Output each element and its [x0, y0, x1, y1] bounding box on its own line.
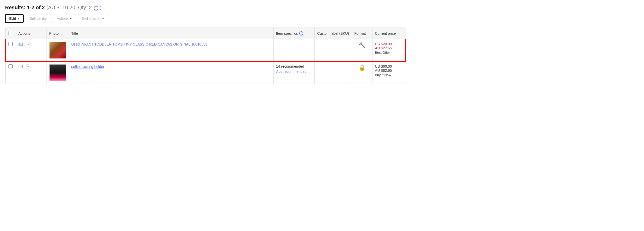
listing-table: Actions Photo Title Item specifics i Cus…: [5, 28, 406, 84]
row1-price-format: Best Offer: [375, 51, 403, 55]
results-meta-text: (AU $110.20, Qty: 2: [46, 5, 92, 10]
row1-actions-cell: Edit ▾: [16, 39, 46, 61]
row2-photo-cell: [46, 61, 69, 84]
row1-price-cell: US $20.00 AU $27.55 Best Offer: [372, 39, 406, 61]
row1-price-us: US $20.00: [375, 42, 403, 46]
photo-column-header: Photo: [46, 28, 69, 39]
results-meta-close: ): [100, 5, 101, 10]
item-specifics-column-header: Item specifics i: [273, 28, 314, 39]
title-col-label: Title: [71, 31, 78, 35]
row1-format-cell: 🔨: [352, 39, 372, 61]
row2-checkbox[interactable]: [8, 64, 13, 68]
row1-checkbox[interactable]: [8, 42, 13, 46]
photo-col-label: Photo: [49, 31, 59, 35]
row2-add-recommended-link[interactable]: Add recommended: [276, 69, 306, 74]
row2-item-specifics-cell: 14 recommended Add recommended: [273, 61, 314, 84]
row2-price-us: US $60.00: [375, 64, 403, 68]
sell-faster-label: Sell it faster: [82, 16, 101, 21]
sell-similar-label: Sell similar: [30, 16, 47, 21]
sell-faster-chevron-icon: ▼: [102, 17, 104, 20]
row2-title-link[interactable]: selfie tracking holder: [71, 65, 104, 69]
row1-photo: [49, 42, 66, 59]
row1-price-au: AU $27.55: [375, 46, 403, 50]
actions-label: Actions: [57, 16, 69, 21]
item-specifics-info-icon[interactable]: i: [299, 31, 303, 35]
row2-actions-cell: Edit ▾: [16, 61, 46, 84]
results-header: Results: 1-2 of 2 (AU $110.20, Qty: 2 i …: [5, 5, 406, 11]
edit-label: Edit: [9, 16, 16, 21]
custom-label-col-label: Custom label (SKU): [317, 31, 349, 35]
row2-edit-chevron-icon[interactable]: ▾: [26, 64, 31, 69]
actions-chevron-icon: ▼: [70, 17, 72, 20]
toolbar: Edit ▼ Sell similar Actions ▼ Sell it fa…: [5, 14, 406, 23]
row1-edit-label: Edit: [18, 42, 25, 47]
title-column-header: Title: [69, 28, 273, 39]
row1-title-cell: Used INFANT TODDLER TOMS TINY CLASSIC RE…: [69, 39, 273, 61]
sell-faster-button[interactable]: Sell it faster ▼: [78, 14, 108, 23]
row2-format-icon: 🔒: [359, 64, 366, 71]
format-col-label: Format: [354, 31, 366, 35]
actions-button[interactable]: Actions ▼: [53, 14, 76, 23]
sell-similar-button[interactable]: Sell similar: [26, 14, 51, 23]
row2-edit-button[interactable]: Edit ▾: [18, 64, 31, 69]
row2-price-cell: US $60.00 AU $82.65 Buy It Now: [372, 61, 406, 84]
table-row: Edit ▾ Used INFANT TODDLER TOMS TINY CLA…: [5, 39, 406, 61]
custom-label-column-header: Custom label (SKU): [314, 28, 352, 39]
format-column-header: Format: [352, 28, 372, 39]
page-container: Results: 1-2 of 2 (AU $110.20, Qty: 2 i …: [0, 0, 411, 88]
row1-edit-button[interactable]: Edit ▾: [18, 42, 31, 47]
current-price-column-header: Current price: [372, 28, 406, 39]
row1-format-icon: 🔨: [359, 42, 366, 48]
row2-price-format: Buy It Now: [375, 73, 403, 77]
results-label: Results: 1-2 of 2: [5, 5, 45, 11]
row2-title-cell: selfie tracking holder: [69, 61, 273, 84]
row2-custom-label-cell: [314, 61, 352, 84]
row1-custom-label-cell: [314, 39, 352, 61]
row2-format-cell: 🔒: [352, 61, 372, 84]
select-all-header: [5, 28, 16, 39]
item-specifics-col-label: Item specifics: [276, 31, 298, 35]
actions-column-header: Actions: [16, 28, 46, 39]
current-price-col-label: Current price: [375, 31, 396, 35]
row1-edit-chevron-icon[interactable]: ▾: [26, 42, 31, 47]
edit-button[interactable]: Edit ▼: [5, 14, 24, 23]
row2-item-specifics-count: 14 recommended: [276, 64, 312, 68]
edit-chevron-icon: ▼: [17, 17, 20, 20]
row2-edit-label: Edit: [18, 65, 25, 69]
row1-item-specifics-cell: [273, 39, 314, 61]
row1-photo-cell: [46, 39, 69, 61]
results-meta: (AU $110.20, Qty: 2 i ): [46, 5, 102, 11]
row1-checkbox-cell: [5, 39, 16, 61]
actions-col-label: Actions: [18, 31, 30, 35]
row2-photo: [49, 64, 66, 81]
table-row: Edit ▾ selfie tracking holder 14 recomme…: [5, 61, 406, 84]
results-label-text: Results:: [5, 5, 25, 10]
row1-title-link[interactable]: Used INFANT TODDLER TOMS TINY CLASSIC RE…: [71, 42, 208, 46]
row2-price-au: AU $82.65: [375, 68, 403, 73]
results-info-icon[interactable]: i: [94, 6, 98, 11]
row2-checkbox-cell: [5, 61, 16, 84]
results-range: 1-2 of 2: [27, 5, 45, 10]
select-all-checkbox[interactable]: [8, 31, 12, 35]
